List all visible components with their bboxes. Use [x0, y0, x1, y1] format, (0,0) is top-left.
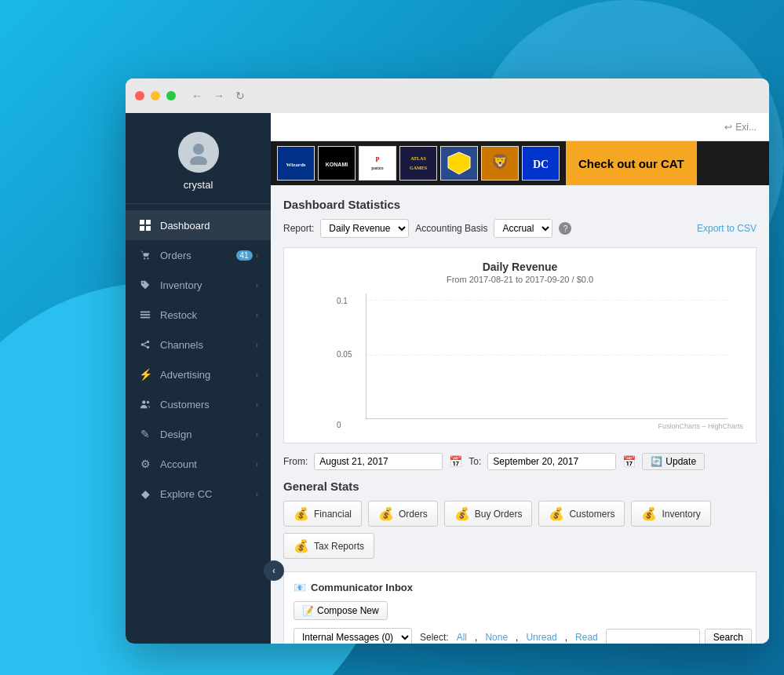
accounting-select[interactable]: Accrual: [494, 219, 552, 238]
chevron-right-icon: ›: [256, 430, 258, 439]
dashboard-section-title: Dashboard Statistics: [283, 198, 757, 211]
cart-icon: [138, 248, 152, 262]
sidebar-item-design[interactable]: ✎ Design ›: [126, 419, 271, 449]
svg-point-12: [141, 343, 144, 346]
exit-button[interactable]: ↩ Exi...: [724, 122, 757, 133]
svg-point-13: [147, 341, 150, 344]
compose-icon: 📝: [302, 605, 314, 616]
tag-icon: [138, 278, 152, 292]
compose-new-button[interactable]: 📝 Compose New: [294, 601, 388, 620]
inbox-filter-select[interactable]: Internal Messages (0)External MessagesSe…: [294, 628, 412, 644]
calendar-icon[interactable]: 📅: [449, 455, 462, 468]
svg-point-8: [143, 283, 144, 284]
banner-cta-text[interactable]: Check out our CAT: [566, 141, 697, 185]
chart-attribution: FusionCharts – HighCharts: [297, 422, 743, 430]
chevron-right-icon: ›: [256, 490, 258, 498]
communicator-title: 📧 Communicator Inbox: [294, 582, 746, 593]
from-date-input[interactable]: [314, 453, 443, 470]
filter-all-link[interactable]: All: [457, 632, 467, 643]
inventory-stat-icon: 💰: [641, 506, 657, 521]
svg-rect-23: [362, 149, 393, 177]
forward-button[interactable]: →: [210, 88, 228, 104]
atlas-games-logo: ATLAS GAMES: [399, 146, 437, 181]
svg-point-6: [144, 257, 145, 259]
sidebar-toggle-button[interactable]: ‹: [264, 560, 284, 581]
gear-icon: ⚙: [138, 457, 152, 471]
filter-read-link[interactable]: Read: [575, 632, 598, 643]
buy-orders-button[interactable]: 💰 Buy Orders: [444, 501, 533, 527]
svg-text:P: P: [376, 156, 380, 163]
svg-text:🦁: 🦁: [491, 153, 509, 170]
orders-stats-button[interactable]: 💰 Orders: [368, 501, 438, 527]
filter-separator-3: ,: [565, 632, 567, 643]
orders-badge: 41: [236, 250, 253, 261]
svg-rect-4: [140, 226, 144, 231]
close-button[interactable]: [135, 91, 144, 100]
sidebar-item-advertising[interactable]: ⚡ Advertising ›: [126, 359, 271, 389]
help-icon[interactable]: ?: [559, 222, 571, 235]
chart-y-label-0: 0: [337, 421, 341, 429]
export-csv-link[interactable]: Export to CSV: [697, 223, 757, 234]
sidebar-item-inventory[interactable]: Inventory ›: [126, 270, 271, 300]
reload-button[interactable]: ↻: [232, 88, 248, 104]
financial-label: Financial: [314, 509, 352, 520]
promo-banner[interactable]: Wizards KONAMI P paizo: [271, 141, 769, 185]
chart-area: 0.1 0.05 0: [366, 294, 727, 419]
chevron-right-icon: ›: [256, 311, 258, 319]
update-button[interactable]: 🔄 Update: [642, 453, 705, 470]
filter-unread-link[interactable]: Unread: [526, 632, 556, 643]
financial-button[interactable]: 💰 Financial: [283, 501, 362, 527]
to-date-input[interactable]: [487, 453, 616, 470]
sidebar-item-explore[interactable]: ◆ Explore CC ›: [126, 479, 271, 509]
communicator-controls: Internal Messages (0)External MessagesSe…: [294, 628, 746, 644]
browser-window: ← → ↻ crystal: [126, 78, 769, 644]
chevron-right-icon: ›: [256, 341, 258, 349]
calendar-icon-2[interactable]: 📅: [622, 455, 636, 468]
email-icon: 📧: [294, 582, 306, 593]
sidebar-item-label: Channels: [160, 339, 256, 351]
people-icon: [138, 397, 152, 411]
customers-stat-icon: 💰: [549, 506, 564, 521]
svg-line-16: [144, 345, 147, 347]
svg-point-18: [147, 401, 150, 404]
report-select[interactable]: Daily Revenue: [320, 219, 409, 238]
sidebar-item-channels[interactable]: Channels ›: [126, 330, 271, 359]
svg-point-0: [193, 144, 204, 155]
back-button[interactable]: ←: [188, 88, 206, 104]
tax-reports-button[interactable]: 💰 Tax Reports: [283, 533, 374, 559]
bolt-icon: ⚡: [138, 367, 152, 381]
sidebar-item-account[interactable]: ⚙ Account ›: [126, 449, 271, 479]
buy-orders-label: Buy Orders: [475, 509, 523, 520]
svg-point-14: [147, 346, 150, 349]
search-input[interactable]: [606, 629, 700, 644]
orders-stat-label: Orders: [399, 509, 428, 520]
svg-point-17: [142, 400, 145, 403]
stats-buttons: 💰 Financial 💰 Orders 💰 Buy Orders �: [283, 501, 757, 559]
customers-stats-button[interactable]: 💰 Customers: [538, 501, 625, 527]
chevron-right-icon: ›: [256, 400, 258, 409]
svg-text:GAMES: GAMES: [410, 166, 428, 170]
pencil-icon: ✎: [138, 427, 152, 441]
sidebar-item-dashboard[interactable]: Dashboard: [126, 210, 271, 240]
filter-separator-1: ,: [475, 632, 477, 643]
sidebar-item-orders[interactable]: Orders 41 ›: [126, 240, 271, 270]
search-area: Search: [606, 629, 752, 644]
filter-none-link[interactable]: None: [485, 632, 508, 643]
chart-y-label-01: 0.1: [337, 297, 348, 305]
sidebar-item-restock[interactable]: Restock ›: [126, 300, 271, 330]
sidebar: crystal Dashboard: [126, 113, 271, 644]
general-stats-title: General Stats: [283, 480, 757, 493]
svg-rect-11: [140, 317, 150, 319]
chart-container: Daily Revenue From 2017-08-21 to 2017-09…: [283, 247, 757, 443]
sidebar-item-label: Restock: [160, 309, 256, 321]
date-range-controls: From: 📅 To: 📅 🔄 Update: [283, 453, 757, 470]
minimize-button[interactable]: [151, 91, 160, 100]
search-button[interactable]: Search: [705, 629, 752, 644]
chevron-right-icon: ›: [256, 460, 258, 469]
sidebar-item-customers[interactable]: Customers ›: [126, 389, 271, 419]
svg-text:Wizards: Wizards: [286, 162, 305, 168]
svg-rect-2: [140, 220, 144, 224]
svg-rect-5: [146, 226, 151, 231]
inventory-stats-button[interactable]: 💰 Inventory: [631, 501, 710, 527]
maximize-button[interactable]: [166, 91, 176, 100]
